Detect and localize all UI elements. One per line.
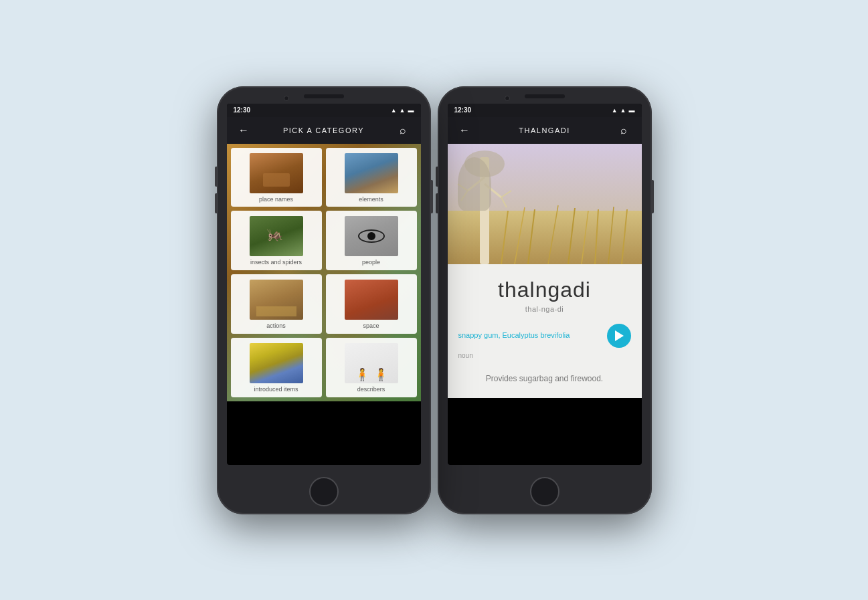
- category-label-space: space: [363, 322, 379, 330]
- status-bar-left: 12:30 ▲ ▲ ▬: [227, 104, 421, 117]
- volume-up-btn-right[interactable]: [436, 167, 438, 187]
- word-phonetic: thal-nga-di: [525, 305, 563, 313]
- category-img-describers: 🧍 🧍: [345, 343, 398, 383]
- word-meaning-text: snappy gum, Eucalyptus brevifolia: [458, 330, 599, 340]
- status-icons-left: ▲ ▲ ▬: [391, 107, 414, 114]
- time-left: 12:30: [234, 106, 251, 114]
- phone-top-bar-right: [438, 86, 652, 104]
- category-card-introduced[interactable]: introduced items: [231, 338, 322, 397]
- category-card-actions[interactable]: actions: [231, 274, 322, 334]
- nav-title-right: THALNGADI: [474, 126, 615, 134]
- category-card-insects[interactable]: insects and spiders: [231, 211, 322, 270]
- power-btn[interactable]: [431, 180, 433, 213]
- svg-line-13: [468, 177, 485, 191]
- svg-point-12: [464, 151, 505, 177]
- category-img-people: [345, 216, 398, 256]
- time-right: 12:30: [454, 106, 472, 114]
- phone-left: 12:30 ▲ ▲ ▬ ← PICK A CATEGORY ⌕: [217, 86, 431, 514]
- search-button-left[interactable]: ⌕: [394, 124, 413, 136]
- svg-line-15: [458, 184, 468, 191]
- category-card-describers[interactable]: 🧍 🧍 describers: [326, 338, 417, 397]
- category-card-people[interactable]: people: [326, 211, 417, 270]
- nav-bar-right: ← THALNGADI ⌕: [448, 117, 642, 144]
- category-label-describers: describers: [357, 386, 385, 393]
- landscape-svg: [448, 144, 642, 264]
- category-screen: place names elements insects and spiders: [227, 144, 421, 401]
- camera-dot: [284, 96, 289, 101]
- category-label-elements: elements: [359, 196, 383, 203]
- category-img-space: [345, 280, 398, 320]
- scene: 12:30 ▲ ▲ ▬ ← PICK A CATEGORY ⌕: [217, 86, 652, 514]
- category-img-insects: [250, 216, 303, 256]
- volume-up-btn[interactable]: [215, 167, 217, 187]
- battery-icon-right: ▬: [629, 107, 635, 114]
- svg-rect-11: [480, 157, 489, 264]
- signal-icon-right: ▲: [612, 107, 618, 114]
- word-screen: thalngadi thal-nga-di snappy gum, Eucaly…: [448, 144, 642, 398]
- category-card-space[interactable]: space: [326, 274, 417, 334]
- back-button-right[interactable]: ←: [456, 124, 474, 136]
- play-button[interactable]: [607, 324, 631, 348]
- category-img-actions: [250, 280, 303, 320]
- category-card-place-names[interactable]: place names: [231, 148, 322, 207]
- category-label-people: people: [362, 259, 380, 266]
- category-label-insects: insects and spiders: [250, 259, 302, 266]
- status-icons-right: ▲ ▲ ▬: [612, 107, 635, 114]
- category-label-actions: actions: [266, 322, 286, 330]
- word-main: thalngadi: [498, 278, 591, 302]
- wifi-icon: ▲: [400, 107, 406, 114]
- search-button-right[interactable]: ⌕: [615, 124, 634, 136]
- wifi-icon-right: ▲: [620, 107, 626, 114]
- category-img-place-names: [250, 153, 303, 193]
- back-button-left[interactable]: ←: [235, 124, 254, 136]
- category-label-introduced: introduced items: [254, 386, 298, 393]
- word-part-of-speech: noun: [458, 352, 631, 359]
- category-label-place-names: place names: [259, 196, 293, 203]
- status-bar-right: 12:30 ▲ ▲ ▬: [448, 104, 642, 117]
- speaker-slot: [304, 94, 344, 98]
- right-phone-screen: 12:30 ▲ ▲ ▬ ← THALNGADI ⌕: [448, 104, 642, 465]
- eye-shape: [358, 229, 385, 243]
- speaker-slot-right: [525, 94, 565, 98]
- category-grid: place names elements insects and spiders: [227, 144, 421, 401]
- volume-down-btn[interactable]: [215, 193, 217, 213]
- svg-line-16: [461, 191, 468, 201]
- play-icon: [615, 330, 624, 341]
- stick-figures: 🧍 🧍: [355, 369, 388, 381]
- nav-title-left: PICK A CATEGORY: [254, 126, 394, 134]
- phone-top-bar: [217, 86, 431, 104]
- category-img-elements: [345, 153, 398, 193]
- battery-icon: ▬: [408, 107, 414, 114]
- word-detail: thalngadi thal-nga-di snappy gum, Eucaly…: [448, 264, 642, 398]
- home-button-left[interactable]: [309, 477, 339, 506]
- word-meaning-row: snappy gum, Eucalyptus brevifolia: [458, 324, 631, 348]
- power-btn-right[interactable]: [652, 180, 654, 213]
- nav-bar-left: ← PICK A CATEGORY ⌕: [227, 117, 421, 144]
- camera-dot-right: [505, 96, 510, 101]
- phone-right: 12:30 ▲ ▲ ▬ ← THALNGADI ⌕: [438, 86, 652, 514]
- word-hero-image: [448, 144, 642, 264]
- stick-figure-1: 🧍: [355, 369, 369, 381]
- left-phone-screen: 12:30 ▲ ▲ ▬ ← PICK A CATEGORY ⌕: [227, 104, 421, 465]
- home-button-right[interactable]: [530, 477, 559, 506]
- volume-down-btn-right[interactable]: [436, 193, 438, 213]
- signal-icon: ▲: [391, 107, 397, 114]
- word-description: Provides sugarbag and firewood.: [458, 373, 631, 385]
- category-card-elements[interactable]: elements: [326, 148, 417, 207]
- stick-figure-2: 🧍: [373, 369, 388, 381]
- category-img-introduced: [250, 343, 303, 383]
